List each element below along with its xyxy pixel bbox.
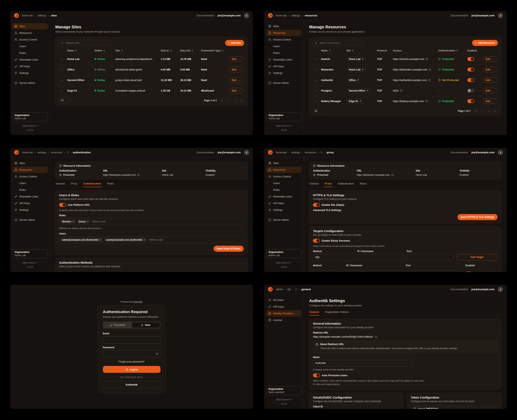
documentation-link[interactable]: Documentation xyxy=(450,14,468,17)
organization-selector[interactable]: OrganizationHome Lab xyxy=(266,112,302,121)
copy-icon[interactable] xyxy=(375,336,377,338)
page-size-select[interactable]: 20 xyxy=(312,108,323,114)
sidebar-item-api-keys[interactable]: API Keys xyxy=(12,200,48,206)
sidebar-item-access-control[interactable]: Access Control xyxy=(266,37,302,43)
site-link-chip[interactable]: Home Lab↗ xyxy=(346,57,366,61)
sidebar-item-license[interactable]: License xyxy=(266,317,302,323)
organization-selector[interactable]: OrganizationHome Lab xyxy=(266,249,302,258)
users-multiselect[interactable]: adam@example.com (Authentik)× sarah@exam… xyxy=(59,236,244,243)
row-menu-button[interactable]: ⋯ xyxy=(312,55,320,63)
avatar[interactable]: J xyxy=(498,287,503,292)
documentation-link[interactable]: Documentation xyxy=(450,288,468,291)
col-authentication[interactable]: Authentication⇅ xyxy=(437,48,466,54)
sidebar-item-resources[interactable]: Resources xyxy=(12,167,48,173)
avatar[interactable]: J xyxy=(498,150,503,155)
edit-button[interactable]: Edit→ xyxy=(229,88,243,93)
sidebar-item-shareable-links[interactable]: Shareable Links xyxy=(12,193,48,200)
sidebar-item-resources[interactable]: Resources xyxy=(12,30,48,36)
avatar[interactable]: J xyxy=(498,13,503,18)
sidebar-item-settings[interactable]: Settings xyxy=(266,207,302,213)
sidebar-item-users[interactable]: Users xyxy=(12,43,48,49)
add-resource-button[interactable]: +Add Resource xyxy=(472,40,498,46)
platform-sso-toggle[interactable] xyxy=(59,203,66,207)
edit-button[interactable]: Edit→ xyxy=(483,56,497,62)
edit-button[interactable]: Edit→ xyxy=(483,67,497,72)
auto-provision-toggle[interactable] xyxy=(313,373,320,377)
sidebar-item-server-admin[interactable]: Server Admin xyxy=(12,217,48,223)
user-email[interactable]: joe@example.com xyxy=(218,151,241,154)
sidebar-item-access-control[interactable]: Access Control xyxy=(12,37,48,43)
open-source-link[interactable]: Open Source ↗ xyxy=(12,124,48,128)
sidebar-item-identity-providers[interactable]: Identity Providers xyxy=(266,310,302,316)
sidebar-item-access-control[interactable]: Access Control xyxy=(266,173,302,180)
copy-icon[interactable] xyxy=(426,58,428,60)
eye-icon[interactable] xyxy=(156,352,159,355)
search-box[interactable] xyxy=(312,40,364,46)
first-page-button[interactable]: « xyxy=(473,109,479,114)
enabled-toggle[interactable] xyxy=(467,89,474,93)
stepper-icon[interactable] xyxy=(450,256,452,259)
user-email[interactable]: joe@example.com xyxy=(471,151,494,154)
sidebar-item-sites[interactable]: Sites xyxy=(12,23,48,29)
sidebar-item-api-keys[interactable]: API Keys xyxy=(266,304,302,310)
delete-target-button[interactable]: Delete xyxy=(484,271,498,272)
email-field[interactable] xyxy=(103,336,160,344)
site-link-chip[interactable]: Edge 01↗ xyxy=(346,99,364,104)
sidebar-item-roles[interactable]: Roles xyxy=(12,187,48,193)
row-menu-button[interactable]: ⋯ xyxy=(59,55,66,63)
breadcrumb-org[interactable]: home-lab xyxy=(276,14,287,17)
col-data-out[interactable]: Data Out⇅ xyxy=(179,48,200,54)
target-enabled-toggle[interactable] xyxy=(465,271,472,272)
remove-chip-icon[interactable]: × xyxy=(144,239,145,241)
col-connection-type[interactable]: Connection Type⇅ xyxy=(200,48,227,54)
tab-rules[interactable]: Rules xyxy=(107,182,114,187)
tab-authentication[interactable]: Authentication xyxy=(83,182,101,187)
page-size-select[interactable]: 20 xyxy=(59,98,69,103)
roles-multiselect[interactable]: Member× Guest× Select a role xyxy=(59,218,244,225)
search-box[interactable] xyxy=(59,40,110,46)
sidebar-item-users[interactable]: Users xyxy=(12,180,48,186)
sidebar-item-server-admin[interactable]: Server Admin xyxy=(266,217,302,223)
enabled-toggle[interactable] xyxy=(467,68,474,71)
open-source-link[interactable]: Open Source ↗ xyxy=(266,124,302,128)
sidebar-item-resources[interactable]: Resources xyxy=(266,167,302,173)
sidebar-item-api-keys[interactable]: API Keys xyxy=(12,63,48,69)
next-page-button[interactable]: › xyxy=(233,98,238,103)
save-users-roles-button[interactable]: Save Users & Roles xyxy=(213,246,244,252)
sidebar-item-api-keys[interactable]: API Keys xyxy=(266,63,302,69)
sidebar-item-settings[interactable]: Settings xyxy=(266,70,302,76)
col-site[interactable]: Site⇅ xyxy=(114,48,160,54)
tab-organization-policies[interactable]: Organization Policies xyxy=(325,311,349,315)
copy-icon[interactable] xyxy=(429,68,431,71)
enabled-toggle[interactable] xyxy=(467,57,474,61)
organization-selector[interactable]: OrganizationNone selected xyxy=(266,386,302,395)
sidebar-item-shareable-links[interactable]: Shareable Links xyxy=(266,193,302,200)
sidebar-item-settings[interactable]: Settings xyxy=(12,207,48,213)
password-field[interactable] xyxy=(103,350,160,357)
add-site-button[interactable]: +Add Site xyxy=(225,40,244,46)
add-target-button[interactable]: Add Target xyxy=(456,254,498,260)
pangolin-logo[interactable] xyxy=(268,13,273,18)
row-menu-button[interactable]: ⋯ xyxy=(312,97,320,105)
row-menu-button[interactable]: ⋯ xyxy=(59,66,66,74)
edit-button[interactable]: Edit→ xyxy=(483,77,497,83)
sidebar-item-users[interactable]: Users xyxy=(266,180,302,186)
user-email[interactable]: joe@example.com xyxy=(218,14,241,17)
edit-button[interactable]: Edit→ xyxy=(229,56,243,62)
target-method-select[interactable]: http xyxy=(313,270,343,272)
sidebar-item-sites[interactable]: Sites xyxy=(12,160,48,166)
sidebar-item-settings[interactable]: Settings xyxy=(12,70,48,76)
search-input[interactable] xyxy=(65,41,108,45)
site-link-chip[interactable]: Home Lab↗ xyxy=(346,67,366,72)
pangolin-logo[interactable] xyxy=(268,287,273,292)
breadcrumb-settings[interactable]: settings xyxy=(291,14,300,17)
row-menu-button[interactable]: ⋯ xyxy=(59,87,66,95)
copy-icon[interactable] xyxy=(425,100,428,103)
method-select[interactable]: http xyxy=(313,254,355,260)
enable-ssl-toggle[interactable] xyxy=(313,203,320,207)
tab-user[interactable]: User xyxy=(132,322,160,328)
sidebar-item-roles[interactable]: Roles xyxy=(12,50,48,56)
edit-button[interactable]: Edit→ xyxy=(229,67,243,72)
tab-general[interactable]: General xyxy=(309,182,319,187)
first-page-button[interactable]: « xyxy=(220,98,225,103)
